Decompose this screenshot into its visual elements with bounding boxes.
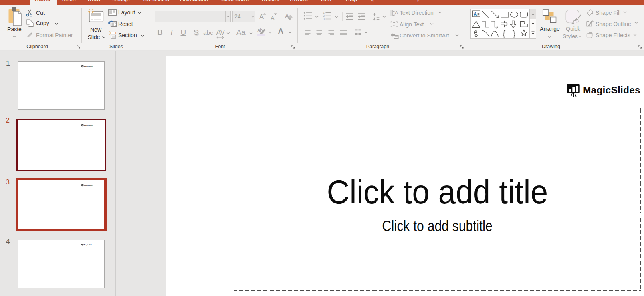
svg-text:MagicSlides: MagicSlides [84, 124, 93, 126]
svg-text:MagicSlides: MagicSlides [84, 65, 93, 67]
svg-text:MagicSlides: MagicSlides [583, 85, 640, 95]
svg-text:MagicSlides: MagicSlides [84, 184, 93, 186]
svg-text:2: 2 [323, 14, 325, 17]
svg-text:1: 1 [323, 11, 325, 14]
svg-text:MagicSlides: MagicSlides [84, 244, 93, 246]
svg-text:A: A [395, 10, 398, 15]
svg-text:3: 3 [323, 18, 325, 20]
svg-text:A: A [474, 12, 477, 16]
